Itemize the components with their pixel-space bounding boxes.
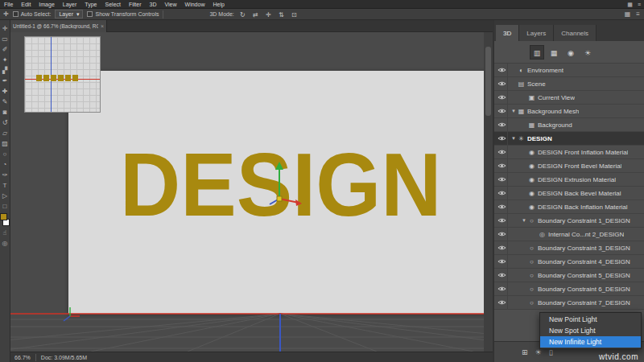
tab-layers[interactable]: Layers (519, 25, 554, 41)
move-tool[interactable]: ✛ (0, 23, 10, 34)
context-menu-item-1[interactable]: New Spot Light (540, 325, 641, 336)
visibility-eye-icon[interactable] (497, 187, 508, 200)
visibility-eye-icon[interactable] (497, 255, 508, 268)
new-light-icon[interactable]: ☀ (535, 348, 542, 356)
auto-select-checkbox[interactable] (13, 11, 19, 17)
3d-panel-item-2[interactable]: ▣Current View (494, 91, 644, 105)
visibility-eye-icon[interactable] (497, 200, 508, 213)
tab-channels[interactable]: Channels (554, 25, 597, 41)
dodge-tool[interactable]: ◔ (0, 159, 10, 170)
menu-item-image[interactable]: Image (35, 0, 58, 9)
color-swatches[interactable] (0, 213, 10, 226)
visibility-eye-icon[interactable] (497, 228, 508, 241)
foreground-color-swatch[interactable] (0, 213, 7, 220)
pen-tool[interactable]: ✑ (0, 170, 10, 180)
healing-brush-tool[interactable]: ✚ (0, 86, 10, 97)
3d-mode-icon-1[interactable]: ⇄ (250, 10, 261, 19)
3d-panel-item-1[interactable]: ▤Scene (494, 77, 644, 91)
gradient-tool[interactable]: ▨ (0, 138, 10, 149)
menu-item-help[interactable]: Help (208, 0, 228, 9)
3d-panel-item-6[interactable]: ◉DESIGN Front Inflation Material (494, 146, 644, 159)
canvas-vertical-scrollbar[interactable] (484, 32, 493, 352)
menu-item-3d[interactable]: 3D (146, 0, 161, 9)
expander-icon[interactable]: ▼ (510, 136, 517, 141)
3d-mode-icon-2[interactable]: ✛ (263, 10, 274, 19)
expander-icon[interactable]: ▼ (510, 109, 517, 113)
secondary-view-minimap[interactable] (24, 36, 101, 113)
filter-meshes[interactable]: ▦ (547, 45, 561, 60)
app-bar-icon-1[interactable]: ≡ (638, 0, 641, 9)
menu-item-type[interactable]: Type (80, 0, 101, 9)
3d-mode-icon-3[interactable]: ⇅ (276, 10, 287, 19)
visibility-eye-icon[interactable] (497, 105, 508, 117)
tab-3d[interactable]: 3D (496, 25, 519, 41)
workspace-icon-0[interactable]: ▦ (625, 10, 631, 18)
eyedropper-tool[interactable]: ✒ (0, 76, 10, 86)
hand-tool[interactable]: ☝ (0, 228, 10, 238)
3d-move-widget[interactable] (266, 157, 303, 207)
context-menu-item-0[interactable]: New Point Light (540, 314, 641, 325)
visibility-eye-icon[interactable] (497, 132, 508, 145)
zoom-tool[interactable]: ◎ (0, 238, 10, 249)
menu-item-edit[interactable]: Edit (17, 0, 35, 9)
marquee-tool[interactable]: ▭ (0, 34, 10, 44)
3d-panel-item-12[interactable]: ◎Internal Co...nt 2_DESIGN (494, 228, 644, 241)
filter-materials[interactable]: ◉ (564, 45, 578, 60)
menu-item-window[interactable]: Window (181, 0, 209, 9)
visibility-eye-icon[interactable] (497, 241, 508, 254)
visibility-eye-icon[interactable] (497, 214, 508, 227)
scrollbar-thumb[interactable] (485, 47, 491, 116)
path-select-tool[interactable]: ▷ (0, 191, 10, 201)
3d-panel-item-8[interactable]: ◉DESIGN Extrusion Material (494, 173, 644, 187)
3d-panel-item-16[interactable]: ○Boundary Constraint 6_DESIGN (494, 282, 644, 296)
delete-trash-icon[interactable]: ▯ (549, 348, 553, 356)
menu-item-view[interactable]: View (161, 0, 181, 9)
lasso-tool[interactable]: ✐ (0, 44, 10, 55)
app-bar-icon-0[interactable]: ▦ (627, 0, 633, 9)
history-brush-tool[interactable]: ↺ (0, 117, 10, 128)
visibility-eye-icon[interactable] (497, 91, 508, 104)
expander-icon[interactable]: ▼ (521, 218, 527, 223)
visibility-eye-icon[interactable] (497, 173, 508, 186)
3d-panel-item-4[interactable]: ▦Background (494, 118, 644, 132)
3d-mode-icon-0[interactable]: ↻ (237, 10, 248, 19)
3d-panel-item-10[interactable]: ◉DESIGN Back Inflation Material (494, 200, 644, 214)
3d-panel-item-13[interactable]: ○Boundary Constraint 3_DESIGN (494, 241, 644, 255)
3d-panel-item-17[interactable]: ○Boundary Constraint 7_DESIGN (494, 296, 644, 310)
visibility-eye-icon[interactable] (497, 296, 508, 309)
zoom-level[interactable]: 66.7% (14, 355, 31, 360)
visibility-eye-icon[interactable] (497, 146, 508, 158)
3d-panel-item-3[interactable]: ▼▦Background Mesh (494, 105, 644, 118)
new-item-icon[interactable]: ⊞ (522, 348, 528, 356)
workspace-icon-1[interactable]: ≡ (636, 10, 640, 18)
visibility-eye-icon[interactable] (497, 77, 508, 90)
visibility-eye-icon[interactable] (497, 269, 508, 282)
document-tab[interactable]: Untitled-1 @ 66.7% (Background, RGB/8#) … (10, 20, 107, 32)
3d-panel-item-11[interactable]: ▼○Boundary Constraint 1_DESIGN (494, 214, 644, 228)
show-transform-checkbox[interactable] (87, 11, 93, 17)
menu-item-file[interactable]: File (0, 0, 17, 9)
context-menu-item-2[interactable]: New Infinite Light (540, 336, 641, 348)
crop-tool[interactable]: ▞ (0, 65, 10, 76)
auto-select-target-dropdown[interactable]: Layer ▾ (55, 10, 83, 19)
visibility-eye-icon[interactable] (497, 282, 508, 295)
visibility-eye-icon[interactable] (497, 64, 508, 76)
canvas-area[interactable]: Untitled-1 @ 66.7% (Background, RGB/8#) … (10, 20, 493, 362)
filter-whole-scene[interactable]: ▥ (530, 45, 544, 60)
shape-tool[interactable]: □ (0, 201, 10, 212)
brush-tool[interactable]: ✎ (0, 97, 10, 107)
eraser-tool[interactable]: ▱ (0, 128, 10, 138)
menu-item-filter[interactable]: Filter (125, 0, 146, 9)
blur-tool[interactable]: ○ (0, 149, 10, 159)
3d-panel-item-9[interactable]: ◉DESIGN Back Bevel Material (494, 187, 644, 200)
close-icon[interactable]: × (101, 23, 104, 29)
3d-panel-item-5[interactable]: ▼✳DESIGN (494, 132, 644, 146)
filter-lights[interactable]: ☀ (580, 45, 595, 60)
visibility-eye-icon[interactable] (497, 159, 508, 172)
type-tool[interactable]: T (0, 180, 10, 191)
clone-stamp-tool[interactable]: ◙ (0, 107, 10, 117)
3d-panel-item-0[interactable]: ◐Environment (494, 64, 644, 77)
quick-select-tool[interactable]: ✦ (0, 55, 10, 65)
3d-panel-item-7[interactable]: ◉DESIGN Front Bevel Material (494, 159, 644, 173)
menu-item-layer[interactable]: Layer (59, 0, 81, 9)
